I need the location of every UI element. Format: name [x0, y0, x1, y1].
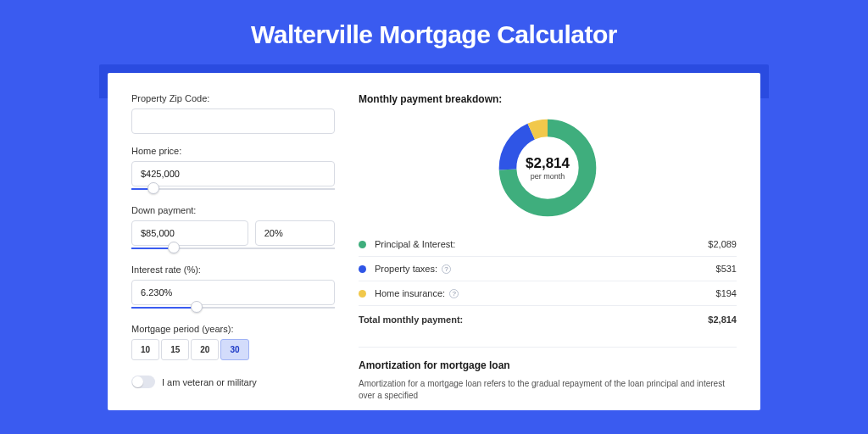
- legend-insurance: Home insurance: ? $194: [359, 281, 737, 306]
- period-btn-30[interactable]: 30: [220, 339, 248, 360]
- calculator-card: Property Zip Code: Home price: Down paym…: [108, 73, 760, 410]
- page-title: Walterville Mortgage Calculator: [0, 0, 868, 64]
- legend-total: Total monthly payment: $2,814: [359, 306, 737, 331]
- period-btn-20[interactable]: 20: [191, 339, 219, 360]
- period-label: Mortgage period (years):: [131, 324, 335, 334]
- home-price-slider[interactable]: [131, 185, 335, 193]
- slider-thumb[interactable]: [191, 301, 203, 313]
- breakdown-title: Monthly payment breakdown:: [359, 93, 737, 105]
- amortization-text: Amortization for a mortgage loan refers …: [359, 378, 737, 402]
- dot-icon: [359, 265, 366, 273]
- legend-text: Home insurance:: [375, 288, 445, 298]
- interest-field: Interest rate (%):: [131, 264, 335, 312]
- slider-track: [131, 188, 335, 190]
- amortization-title: Amortization for mortgage loan: [359, 359, 737, 371]
- legend-text: Principal & Interest:: [375, 239, 455, 249]
- down-payment-field: Down payment:: [131, 205, 335, 253]
- legend-label: Home insurance: ?: [375, 288, 716, 298]
- zip-field: Property Zip Code:: [131, 93, 335, 134]
- donut-amount: $2,814: [526, 155, 570, 172]
- veteran-label: I am veteran or military: [162, 377, 257, 387]
- period-options: 10 15 20 30: [131, 339, 335, 360]
- dot-icon: [359, 241, 366, 248]
- interest-label: Interest rate (%):: [131, 264, 335, 275]
- slider-thumb[interactable]: [147, 182, 159, 194]
- info-icon[interactable]: ?: [449, 289, 459, 298]
- donut-chart: $2,814 per month: [359, 115, 737, 220]
- veteran-toggle[interactable]: [131, 376, 155, 388]
- legend-value: $194: [716, 288, 737, 298]
- home-price-input[interactable]: [131, 161, 335, 186]
- period-field: Mortgage period (years): 10 15 20 30: [131, 324, 335, 360]
- home-price-label: Home price:: [131, 146, 335, 156]
- slider-thumb[interactable]: [168, 242, 180, 253]
- total-value: $2,814: [708, 314, 737, 325]
- zip-input[interactable]: [131, 108, 335, 134]
- down-payment-slider[interactable]: [131, 244, 335, 253]
- slider-fill: [131, 307, 194, 309]
- period-btn-10[interactable]: 10: [131, 339, 159, 360]
- down-payment-label: Down payment:: [131, 205, 335, 215]
- interest-input[interactable]: [131, 280, 335, 305]
- legend-taxes: Property taxes: ? $531: [359, 257, 737, 281]
- legend-label: Property taxes: ?: [375, 264, 716, 274]
- info-icon[interactable]: ?: [442, 264, 451, 274]
- down-payment-input[interactable]: [131, 220, 248, 246]
- interest-slider[interactable]: [131, 303, 335, 312]
- legend-label: Principal & Interest:: [375, 239, 708, 249]
- dot-icon: [359, 290, 366, 298]
- legend-value: $531: [716, 264, 737, 274]
- zip-label: Property Zip Code:: [131, 93, 335, 103]
- legend-text: Property taxes:: [375, 264, 437, 274]
- down-payment-pct-input[interactable]: [255, 220, 335, 246]
- home-price-field: Home price:: [131, 146, 335, 193]
- toggle-knob: [132, 376, 143, 387]
- amortization-block: Amortization for mortgage loan Amortizat…: [359, 347, 737, 402]
- veteran-row: I am veteran or military: [131, 376, 335, 388]
- total-label: Total monthly payment:: [359, 314, 708, 325]
- donut-center: $2,814 per month: [495, 115, 600, 220]
- slider-fill: [131, 248, 172, 249]
- breakdown-column: Monthly payment breakdown: $2,814 per mo…: [359, 93, 737, 402]
- period-btn-15[interactable]: 15: [161, 339, 189, 360]
- legend-value: $2,089: [708, 239, 737, 249]
- legend-principal: Principal & Interest: $2,089: [359, 232, 737, 257]
- donut-sub: per month: [531, 172, 565, 181]
- form-column: Property Zip Code: Home price: Down paym…: [131, 93, 335, 402]
